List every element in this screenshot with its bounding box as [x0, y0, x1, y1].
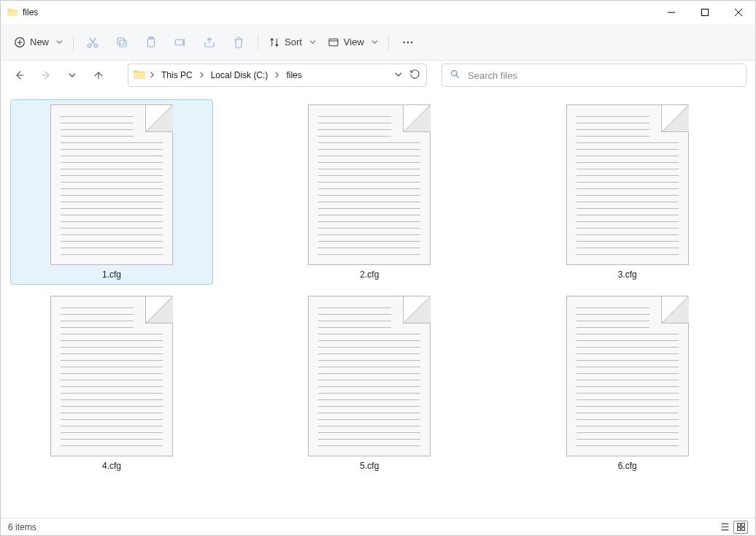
titlebar: files [1, 1, 755, 24]
forward-button[interactable] [36, 65, 56, 85]
svg-rect-0 [702, 9, 709, 16]
copy-button[interactable] [107, 29, 136, 55]
folder-icon [7, 7, 18, 18]
more-button[interactable] [393, 29, 423, 55]
svg-point-10 [403, 41, 404, 42]
window-title: files [23, 7, 38, 18]
chevron-down-icon [56, 37, 63, 47]
file-label: 6.cfg [618, 461, 637, 471]
svg-rect-5 [117, 38, 124, 45]
file-item[interactable]: 1.cfg [11, 100, 212, 284]
svg-point-2 [88, 44, 91, 47]
delete-button[interactable] [224, 29, 253, 55]
address-dropdown-button[interactable] [395, 70, 402, 80]
svg-point-12 [411, 41, 412, 42]
svg-rect-16 [737, 527, 740, 530]
search-icon [450, 69, 460, 82]
details-view-button[interactable] [717, 521, 732, 534]
svg-point-3 [94, 44, 98, 47]
item-count: 6 items [8, 522, 36, 532]
text-file-icon [308, 104, 431, 265]
breadcrumb-files[interactable]: files [283, 69, 304, 82]
cut-button[interactable] [78, 29, 107, 55]
file-label: 3.cfg [618, 269, 637, 280]
minimize-button[interactable] [655, 1, 688, 24]
sort-button-label: Sort [285, 37, 302, 47]
back-button[interactable] [9, 65, 30, 85]
paste-button[interactable] [136, 29, 166, 55]
address-bar[interactable]: This PC Local Disk (C:) files [128, 64, 427, 87]
new-button-label: New [30, 37, 49, 47]
breadcrumb-local-disk[interactable]: Local Disk (C:) [208, 69, 271, 82]
file-item[interactable]: 6.cfg [527, 291, 728, 475]
rename-button[interactable] [166, 29, 195, 55]
text-file-icon [50, 104, 173, 265]
chevron-right-icon[interactable] [147, 70, 157, 80]
navigation-row: This PC Local Disk (C:) files [1, 61, 755, 90]
svg-rect-17 [741, 527, 744, 530]
toolbar: New Sort View [1, 24, 755, 61]
view-button-label: View [344, 37, 364, 47]
search-input[interactable] [468, 70, 738, 81]
view-button[interactable]: View [322, 29, 384, 55]
svg-point-11 [407, 41, 409, 42]
svg-rect-15 [741, 524, 744, 527]
refresh-button[interactable] [409, 69, 420, 82]
folder-icon [133, 68, 146, 83]
new-button[interactable]: New [8, 29, 69, 55]
text-file-icon [50, 296, 173, 456]
file-view[interactable]: 1.cfg2.cfg3.cfg4.cfg5.cfg6.cfg [1, 90, 755, 518]
separator [73, 34, 74, 50]
svg-rect-14 [737, 524, 740, 527]
breadcrumb-this-pc[interactable]: This PC [158, 69, 196, 82]
close-button[interactable] [722, 1, 755, 24]
sort-button[interactable]: Sort [263, 29, 322, 55]
chevron-right-icon[interactable] [272, 70, 282, 80]
file-item[interactable]: 2.cfg [269, 100, 470, 284]
up-button[interactable] [88, 65, 109, 85]
share-button[interactable] [195, 29, 224, 55]
file-label: 1.cfg [102, 269, 121, 280]
text-file-icon [566, 296, 689, 456]
chevron-down-icon [371, 37, 378, 47]
status-bar: 6 items [1, 518, 755, 535]
file-item[interactable]: 4.cfg [11, 291, 212, 475]
file-item[interactable]: 5.cfg [269, 291, 470, 475]
file-label: 4.cfg [102, 461, 121, 471]
large-icons-view-button[interactable] [733, 521, 748, 534]
separator [388, 34, 389, 50]
svg-rect-9 [329, 39, 338, 45]
file-label: 2.cfg [360, 269, 379, 280]
text-file-icon [308, 296, 431, 456]
chevron-right-icon[interactable] [197, 70, 207, 80]
file-label: 5.cfg [360, 461, 379, 471]
text-file-icon [566, 104, 689, 265]
chevron-down-icon [309, 37, 316, 47]
svg-point-13 [452, 71, 458, 77]
svg-rect-4 [120, 40, 126, 47]
maximize-button[interactable] [688, 1, 722, 24]
svg-rect-8 [175, 39, 183, 45]
file-item[interactable]: 3.cfg [527, 100, 728, 284]
recent-locations-button[interactable] [62, 65, 82, 85]
search-box[interactable] [441, 64, 747, 87]
separator [258, 34, 258, 50]
view-mode-toggle [717, 521, 748, 534]
